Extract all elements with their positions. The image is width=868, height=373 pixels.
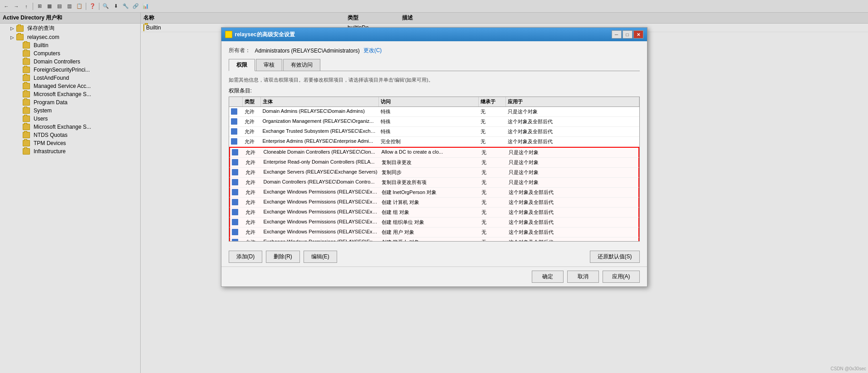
row-inherited: 无 bbox=[480, 208, 507, 217]
owner-label: 所有者： bbox=[229, 47, 251, 54]
row-icon-cell bbox=[230, 148, 244, 157]
user-icon bbox=[232, 169, 238, 175]
row-access: 特殊 bbox=[379, 117, 479, 126]
row-access: 复制同步 bbox=[380, 168, 480, 177]
perm-row[interactable]: 允许Exchange Windows Permissions (RELAYSEC… bbox=[229, 208, 639, 218]
row-inherited: 无 bbox=[480, 158, 507, 167]
row-access: 创建 计算机 对象 bbox=[380, 198, 480, 207]
cancel-btn[interactable]: 取消 bbox=[567, 271, 599, 283]
perm-row[interactable]: 允许Exchange Windows Permissions (RELAYSEC… bbox=[229, 228, 639, 237]
row-applies: 这个对象及全部后代 bbox=[506, 137, 639, 146]
perm-row[interactable]: 允许Exchange Windows Permissions (RELAYSEC… bbox=[229, 218, 639, 228]
row-access: 创建 组织单位 对象 bbox=[380, 218, 480, 227]
th-inherited: 继承于 bbox=[479, 97, 506, 107]
user-icon bbox=[232, 209, 238, 215]
row-icon-cell bbox=[229, 127, 243, 136]
user-icon bbox=[232, 159, 238, 165]
row-type: 允许 bbox=[244, 178, 262, 187]
row-principal: Exchange Windows Permissions (RELAYSEC\E… bbox=[262, 198, 380, 207]
th-type: 类型 bbox=[243, 97, 261, 107]
perm-row[interactable]: 允许Exchange Windows Permissions (RELAYSEC… bbox=[229, 237, 639, 242]
perm-row[interactable]: 允许Domain Controllers (RELAYSEC\Domain Co… bbox=[229, 178, 639, 188]
perm-rows: 允许Domain Admins (RELAYSEC\Domain Admins)… bbox=[229, 107, 639, 242]
row-icon-cell bbox=[229, 107, 243, 116]
th-access: 访问 bbox=[379, 97, 479, 107]
ok-bar: 确定 取消 应用(A) bbox=[221, 266, 647, 286]
perm-row[interactable]: 允许Enterprise Read-only Domain Controller… bbox=[229, 158, 639, 168]
row-type: 允许 bbox=[244, 188, 262, 197]
row-principal: Enterprise Read-only Domain Controllers … bbox=[262, 158, 380, 167]
row-access: 特殊 bbox=[379, 107, 479, 116]
row-access: 完全控制 bbox=[379, 137, 479, 146]
row-principal: Cloneable Domain Controllers (RELAYSEC\C… bbox=[262, 148, 380, 157]
row-inherited: 无 bbox=[480, 228, 507, 237]
perm-row[interactable]: 允许Exchange Servers (RELAYSEC\Exchange Se… bbox=[229, 168, 639, 178]
section-label: 权限条目: bbox=[229, 87, 640, 95]
user-icon bbox=[232, 189, 238, 195]
close-btn[interactable]: ✕ bbox=[633, 30, 643, 39]
restore-defaults-btn[interactable]: 还原默认值(S) bbox=[590, 251, 640, 263]
row-icon-cell bbox=[230, 168, 244, 177]
tab-audit[interactable]: 审核 bbox=[256, 59, 282, 71]
row-inherited: 无 bbox=[479, 117, 506, 126]
info-text: 如需其他信息，请双击权限项目。若要修改权限项目，请选择该项目并单击'编辑'(如果… bbox=[229, 77, 640, 83]
perm-row[interactable]: 允许Domain Admins (RELAYSEC\Domain Admins)… bbox=[229, 107, 639, 117]
row-icon-cell bbox=[230, 198, 244, 207]
row-type: 允许 bbox=[243, 127, 261, 136]
perm-row[interactable]: 允许Exchange Windows Permissions (RELAYSEC… bbox=[229, 198, 639, 208]
row-icon-cell bbox=[230, 208, 244, 217]
row-access: 创建 用户 对象 bbox=[380, 228, 480, 237]
row-principal: Organization Management (RELAYSEC\Organi… bbox=[261, 117, 379, 126]
row-principal: Domain Controllers (RELAYSEC\Domain Cont… bbox=[262, 178, 380, 187]
perm-table[interactable]: 类型 主体 访问 继承于 应用于 允许Domain Admins (RELAYS… bbox=[229, 97, 640, 242]
row-icon-cell bbox=[230, 237, 244, 242]
tab-permissions[interactable]: 权限 bbox=[229, 59, 255, 71]
ok-btn[interactable]: 确定 bbox=[532, 271, 564, 283]
perm-row[interactable]: 允许Exchange Windows Permissions (RELAYSEC… bbox=[229, 188, 639, 198]
row-type: 允许 bbox=[243, 117, 261, 126]
perm-row[interactable]: 允许Enterprise Admins (RELAYSEC\Enterprise… bbox=[229, 137, 639, 147]
row-inherited: 无 bbox=[479, 107, 506, 116]
add-btn[interactable]: 添加(D) bbox=[229, 251, 263, 263]
row-inherited: 无 bbox=[479, 127, 506, 136]
perm-row[interactable]: 允许Organization Management (RELAYSEC\Orga… bbox=[229, 117, 639, 127]
th-icon bbox=[229, 97, 243, 107]
row-applies: 这个对象及全部后代 bbox=[506, 127, 639, 136]
row-type: 允许 bbox=[244, 218, 262, 227]
tab-bar: 权限 审核 有效访问 bbox=[229, 59, 640, 71]
minimize-btn[interactable]: ─ bbox=[612, 30, 622, 39]
row-inherited: 无 bbox=[480, 178, 507, 187]
user-icon bbox=[231, 108, 237, 115]
row-applies: 这个对象及全部后代 bbox=[507, 188, 638, 197]
owner-value: Administrators (RELAYSEC\Administrators) bbox=[255, 48, 360, 54]
row-principal: Exchange Windows Permissions (RELAYSEC\E… bbox=[262, 237, 380, 242]
perm-table-header: 类型 主体 访问 继承于 应用于 bbox=[229, 97, 639, 107]
change-owner-link[interactable]: 更改(C) bbox=[363, 47, 382, 54]
row-applies: 这个对象及全部后代 bbox=[506, 117, 639, 126]
edit-btn[interactable]: 编辑(E) bbox=[304, 251, 337, 263]
delete-btn[interactable]: 删除(R) bbox=[266, 251, 300, 263]
tab-effective-access[interactable]: 有效访问 bbox=[283, 59, 320, 71]
row-type: 允许 bbox=[243, 107, 261, 116]
row-icon-cell bbox=[230, 188, 244, 197]
perm-row[interactable]: 允许Cloneable Domain Controllers (RELAYSEC… bbox=[229, 147, 639, 158]
row-type: 允许 bbox=[244, 148, 262, 157]
owner-row: 所有者： Administrators (RELAYSEC\Administra… bbox=[229, 47, 640, 54]
th-applies: 应用于 bbox=[506, 97, 639, 107]
row-principal: Exchange Windows Permissions (RELAYSEC\E… bbox=[262, 218, 380, 227]
row-access: 复制目录更改所有项 bbox=[380, 178, 480, 187]
maximize-btn[interactable]: □ bbox=[623, 30, 633, 39]
apply-btn[interactable]: 应用(A) bbox=[603, 271, 640, 283]
row-inherited: 无 bbox=[480, 168, 507, 177]
row-type: 允许 bbox=[244, 237, 262, 242]
user-icon bbox=[232, 219, 238, 225]
row-inherited: 无 bbox=[480, 218, 507, 227]
perm-row[interactable]: 允许Exchange Trusted Subsystem (RELAYSEC\E… bbox=[229, 127, 639, 137]
dialog-titlebar: relaysec的高级安全设置 ─ □ ✕ bbox=[221, 28, 647, 41]
row-icon-cell bbox=[230, 228, 244, 237]
row-icon-cell bbox=[229, 117, 243, 126]
row-applies: 只是这个对象 bbox=[507, 178, 638, 187]
user-icon bbox=[232, 229, 238, 235]
row-access: 复制目录更改 bbox=[380, 158, 480, 167]
row-type: 允许 bbox=[244, 228, 262, 237]
